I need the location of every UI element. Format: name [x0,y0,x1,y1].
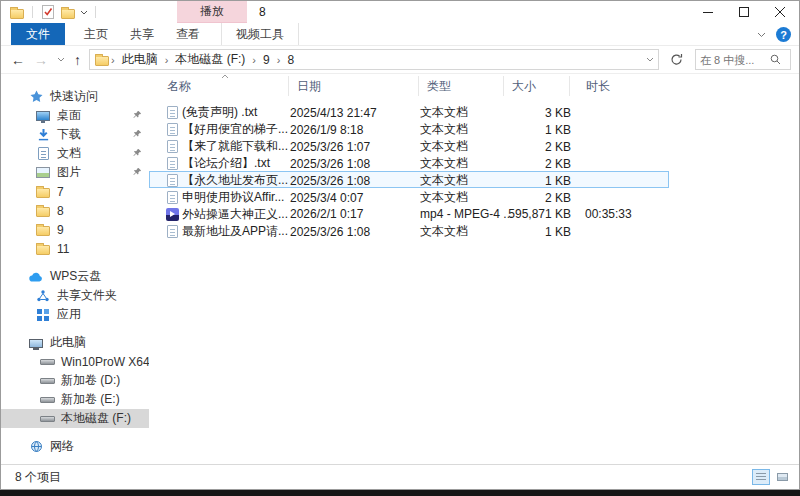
search-icon [770,54,781,65]
sidebar-item-label: 9 [57,223,64,237]
column-header-duration[interactable]: 时长 [578,76,640,96]
new-folder-icon[interactable] [60,4,76,20]
file-size: 2 KB [505,191,571,205]
tab-home[interactable]: 主页 [73,23,119,45]
sidebar-item-quick-access[interactable]: 快速访问 [1,87,149,106]
address-dropdown-icon[interactable] [646,57,654,62]
minimize-button[interactable] [690,1,726,23]
sidebar-item-label: 应用 [57,306,81,323]
sidebar-item-documents[interactable]: 文档 [1,144,149,163]
column-header-size[interactable]: 大小 [504,76,570,96]
contextual-tab-group[interactable]: 播放 [177,1,247,23]
search-input[interactable] [700,54,770,66]
title-bar: 播放 8 [1,1,799,23]
sidebar-item-downloads[interactable]: 下载 [1,125,149,144]
desktop-icon [35,108,51,124]
breadcrumb-folder-8[interactable]: 8 [281,53,300,67]
expand-ribbon-icon[interactable] [757,32,766,38]
sidebar-item-desktop[interactable]: 桌面 [1,106,149,125]
sidebar-item-folder-8[interactable]: 8 [1,201,149,220]
drive-icon [39,411,55,427]
sidebar-item-label: 网络 [50,438,74,455]
file-row[interactable]: 最新地址及APP请... 2025/3/26 1:08 文本文档 1 KB [149,222,669,239]
file-type: 文本文档 [420,104,505,121]
forward-icon[interactable]: → [34,53,48,67]
qat-dropdown-icon[interactable] [80,10,88,15]
sidebar-item-folder-7[interactable]: 7 [1,182,149,201]
pin-icon[interactable] [132,167,142,177]
sidebar-item-drive-c[interactable]: Win10ProW X64 (C:) [1,352,149,371]
column-header-date[interactable]: 日期 [289,76,419,96]
file-row[interactable]: 【论坛介绍】.txt 2025/3/26 1:08 文本文档 2 KB [149,154,669,171]
breadcrumb-this-pc[interactable]: 此电脑 [116,51,164,68]
column-header-name[interactable]: 名称 [163,76,289,96]
sidebar-item-this-pc[interactable]: 此电脑 [1,333,149,352]
file-name: 申明使用协议Affir... [182,189,290,206]
file-name: 【来了就能下载和... [182,138,290,155]
navigation-pane: 快速访问 桌面 下载 文档 图片 [1,74,149,464]
refresh-icon[interactable] [665,49,687,70]
column-header-type[interactable]: 类型 [419,76,504,96]
sidebar-item-label: 文档 [57,145,81,162]
maximize-button[interactable] [726,1,762,23]
share-icon [35,288,51,304]
help-icon[interactable]: ? [776,27,791,42]
pin-icon[interactable] [132,148,142,158]
back-icon[interactable]: ← [11,53,25,67]
search-box[interactable] [695,49,791,70]
file-row[interactable]: 【好用便宜的梯子... 2026/1/9 8:18 文本文档 1 KB [149,120,669,137]
tab-view[interactable]: 查看 [165,23,211,45]
text-file-icon [164,173,180,189]
file-date: 2025/3/26 1:08 [290,225,420,239]
properties-icon[interactable] [40,4,56,20]
window-folder-icon [9,4,25,20]
file-type: 文本文档 [420,189,505,206]
file-name: 最新地址及APP请... [182,223,290,240]
thumbnails-view-icon [777,473,788,481]
sidebar-item-label: 8 [57,204,64,218]
breadcrumb-folder-9[interactable]: 9 [257,53,276,67]
file-row[interactable]: 申明使用协议Affir... 2025/3/4 0:07 文本文档 2 KB [149,188,669,205]
sidebar-item-drive-f[interactable]: 本地磁盘 (F:) [1,409,149,428]
details-view-button[interactable] [752,469,770,485]
network-icon [28,439,44,455]
sidebar-item-pictures[interactable]: 图片 [1,163,149,182]
breadcrumb[interactable]: › 此电脑 › 本地磁盘 (F:) › 9 › 8 [89,49,659,70]
file-row[interactable]: 外站操逼大神正义... 2026/2/1 0:17 mp4 - MPEG-4 .… [149,205,669,222]
sidebar-item-label: WPS云盘 [50,268,101,285]
file-date: 2025/3/26 1:08 [290,174,420,188]
sidebar-item-label: Win10ProW X64 (C:) [61,355,149,369]
file-type: 文本文档 [420,138,505,155]
file-row[interactable]: 【来了就能下载和... 2025/3/26 1:07 文本文档 2 KB [149,137,669,154]
sidebar-item-folder-11[interactable]: 11 [1,239,149,258]
pin-icon[interactable] [132,129,142,139]
computer-icon [28,335,44,351]
file-size: 1 KB [505,123,571,137]
tab-file[interactable]: 文件 [11,23,65,45]
close-button[interactable] [762,1,798,23]
sidebar-item-shared-folder[interactable]: 共享文件夹 [1,286,149,305]
window-controls [690,1,798,23]
sidebar-item-label: 7 [57,185,64,199]
up-icon[interactable]: ↑ [74,53,81,67]
sidebar-item-apps[interactable]: 应用 [1,305,149,324]
sidebar-item-label: 此电脑 [50,334,86,351]
tab-share[interactable]: 共享 [119,23,165,45]
cloud-icon [28,269,44,285]
thumbnails-view-button[interactable] [773,469,791,485]
breadcrumb-drive-f[interactable]: 本地磁盘 (F:) [169,51,251,68]
file-size: 2 KB [505,140,571,154]
sidebar-item-drive-e[interactable]: 新加卷 (E:) [1,390,149,409]
sidebar-item-label: 桌面 [57,107,81,124]
history-dropdown-icon[interactable] [57,57,65,62]
tab-video-tools[interactable]: 视频工具 [221,23,299,45]
sidebar-item-label: 本地磁盘 (F:) [61,410,131,427]
file-row[interactable]: (免责声明) .txt 2025/4/13 21:47 文本文档 3 KB [149,103,669,120]
pin-icon[interactable] [132,110,142,120]
document-icon [35,146,51,162]
sidebar-item-wps-cloud[interactable]: WPS云盘 [1,267,149,286]
sidebar-item-folder-9[interactable]: 9 [1,220,149,239]
file-row-selected[interactable]: 【永久地址发布页... 2025/3/26 1:08 文本文档 1 KB [149,171,669,188]
sidebar-item-drive-d[interactable]: 新加卷 (D:) [1,371,149,390]
sidebar-item-network[interactable]: 网络 [1,437,149,456]
